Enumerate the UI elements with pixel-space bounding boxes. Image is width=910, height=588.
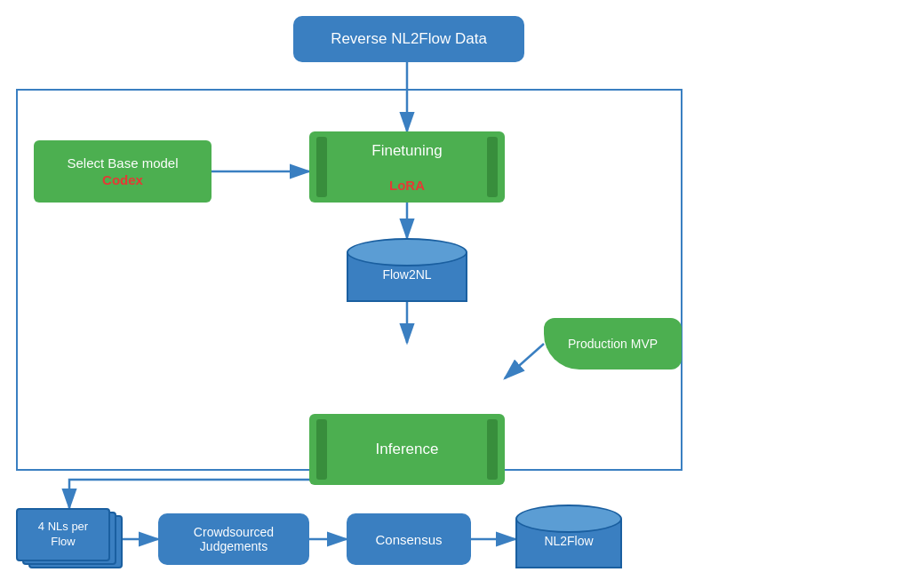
diagram-container: Reverse NL2Flow Data Select Base model C… (0, 0, 910, 588)
four-nls-node: 4 NLs perFlow (16, 508, 123, 568)
flow2nl-cylinder: Flow2NL (347, 238, 467, 302)
stacked-paper: 4 NLs perFlow (16, 508, 123, 568)
nl2flow-cylinder: NL2Flow (515, 505, 622, 568)
reverse-label: Reverse NL2Flow Data (331, 30, 487, 48)
nl2flow-cylinder-top (515, 505, 622, 533)
cylinder-top (347, 238, 467, 266)
finetuning-sub-label: LoRA (389, 178, 425, 193)
flow2nl-label: Flow2NL (347, 267, 467, 282)
inference-node: Inference (309, 414, 505, 485)
finetuning-label: Finetuning (371, 142, 442, 160)
production-node: Production MVP (544, 318, 682, 369)
select-base-node: Select Base model Codex (34, 140, 212, 203)
reverse-node: Reverse NL2Flow Data (293, 16, 524, 62)
select-base-label: Select Base model (67, 155, 178, 172)
consensus-node: Consensus (347, 513, 471, 565)
nl2flow-node: NL2Flow (515, 505, 622, 568)
nl2flow-label: NL2Flow (515, 534, 622, 548)
consensus-label: Consensus (375, 532, 442, 547)
four-nls-label: 4 NLs perFlow (38, 520, 88, 550)
crowd-node: Crowdsourced Judgements (158, 513, 309, 565)
crowd-label: Crowdsourced Judgements (158, 525, 309, 553)
paper-layer-3: 4 NLs perFlow (16, 508, 110, 561)
finetuning-node: Finetuning LoRA (309, 131, 505, 203)
production-label: Production MVP (568, 337, 658, 351)
inference-label: Inference (376, 441, 439, 458)
select-sub-label: Codex (102, 171, 143, 189)
flow2nl-node: Flow2NL (347, 238, 467, 302)
